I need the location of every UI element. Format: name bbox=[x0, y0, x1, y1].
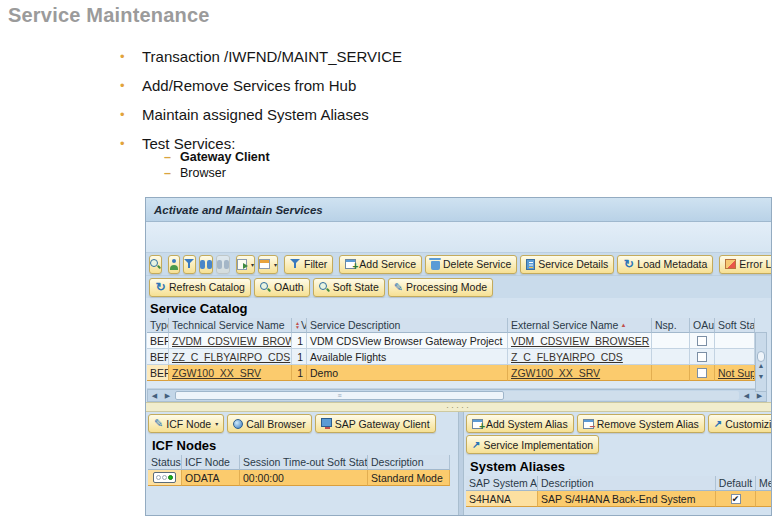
load-metadata-button[interactable]: ↻Load Metadata bbox=[617, 255, 713, 274]
technical-service-link[interactable]: ZVDM_CDSVIEW_BROWSER bbox=[172, 335, 292, 347]
col-default[interactable]: Default bbox=[716, 476, 756, 491]
technical-service-link[interactable]: ZZ_C_FLBYAIRPO_CDS bbox=[172, 351, 290, 363]
processing-mode-button[interactable]: ✎Processing Mode bbox=[388, 278, 493, 297]
call-browser-button[interactable]: Call Browser bbox=[227, 414, 312, 433]
window-titlebar: Activate and Maintain Services bbox=[146, 198, 771, 222]
bullet-list: • Transaction /IWFND/MAINT_SERVICE • Add… bbox=[120, 48, 600, 181]
toolbar-secondary: ↻Refresh Catalog OAuth Soft State ✎Proce… bbox=[146, 276, 771, 298]
service-catalog-table: Type Technical Service Name ▲▼V_ Service… bbox=[147, 318, 767, 389]
col-description[interactable]: Description bbox=[538, 476, 716, 491]
soft-state-link[interactable]: Not Supporte bbox=[718, 367, 755, 379]
service-implementation-button[interactable]: ↗Service Implementation bbox=[466, 435, 599, 454]
sort-user-button[interactable] bbox=[168, 255, 180, 274]
delete-service-button[interactable]: Delete Service bbox=[425, 255, 517, 274]
col-icf-node[interactable]: ICF Node bbox=[182, 455, 240, 470]
dash-icon: – bbox=[164, 165, 180, 181]
magnifier-icon bbox=[150, 259, 161, 270]
bullet-icon: • bbox=[120, 77, 142, 95]
goto-icon: ↗ bbox=[472, 440, 480, 450]
table-row-selected[interactable]: BEP ZGW100_XX_SRV 1 Demo ZGW100_XX_SRV N… bbox=[147, 365, 755, 381]
filter-button[interactable]: Filter bbox=[284, 255, 333, 274]
col-version[interactable]: ▲▼V_ bbox=[292, 318, 307, 333]
oauth-checkbox[interactable] bbox=[697, 352, 707, 362]
scrollbar-track[interactable]: ≡ bbox=[175, 391, 739, 400]
horizontal-splitter[interactable]: ····· bbox=[146, 402, 771, 412]
empty-table-area bbox=[147, 381, 755, 389]
soft-state-button[interactable]: Soft State bbox=[313, 278, 385, 297]
chevron-down-icon: ▾ bbox=[215, 420, 218, 427]
find-button[interactable] bbox=[199, 255, 213, 274]
external-service-link[interactable]: ZGW100_XX_SRV bbox=[511, 367, 600, 379]
catalog-header-row: Type Technical Service Name ▲▼V_ Service… bbox=[147, 318, 755, 333]
error-log-button[interactable]: Error Log bbox=[719, 255, 772, 274]
scroll-right-icon[interactable]: ▶ bbox=[161, 392, 174, 400]
col-technical-service-name[interactable]: Technical Service Name bbox=[169, 318, 292, 333]
customizing-button[interactable]: ↗Customizing bbox=[708, 414, 771, 433]
icf-node-row[interactable]: ODATA 00:00:00 Standard Mode bbox=[148, 470, 450, 486]
add-service-button[interactable]: Add Service bbox=[339, 255, 422, 274]
remove-grid-icon bbox=[583, 419, 594, 429]
oauth-button[interactable]: OAuth bbox=[254, 278, 310, 297]
col-service-description[interactable]: Service Description bbox=[307, 318, 508, 333]
col-oauth[interactable]: OAut_ bbox=[690, 318, 715, 333]
external-service-link[interactable]: VDM_CDSVIEW_BROWSER bbox=[511, 335, 649, 347]
col-nsp[interactable]: Nsp. bbox=[652, 318, 690, 333]
funnel-icon bbox=[290, 259, 301, 269]
horizontal-scrollbar[interactable]: ◀ ▶ ≡ ◀ ▶ bbox=[147, 389, 767, 402]
page-title: Service Maintenance bbox=[8, 4, 210, 27]
set-filter-button[interactable] bbox=[183, 255, 196, 274]
col-description[interactable]: Description bbox=[368, 455, 450, 470]
col-soft-state[interactable]: Soft State bbox=[715, 318, 755, 333]
chevron-down-icon: ▾ bbox=[251, 261, 254, 268]
oauth-checkbox[interactable] bbox=[697, 336, 707, 346]
col-type[interactable]: Type bbox=[147, 318, 169, 333]
icf-button-row: ✎ICF Node▾ Call Browser SAP Gateway Clie… bbox=[148, 414, 456, 433]
sub-bullet-text: Gateway Client bbox=[180, 149, 270, 165]
system-alias-row[interactable]: S4HANA SAP S/4HANA Back-End System ✔ bbox=[466, 491, 771, 507]
vertical-scrollbar[interactable]: ▲ ▼ bbox=[755, 332, 767, 392]
error-icon bbox=[725, 259, 736, 269]
scroll-left-icon[interactable]: ◀ bbox=[740, 392, 753, 400]
refresh-icon: ↻ bbox=[155, 282, 166, 293]
scroll-down-icon[interactable]: ▼ bbox=[756, 372, 766, 382]
details-button[interactable] bbox=[149, 255, 162, 274]
funnel-icon bbox=[184, 259, 195, 269]
add-grid-icon bbox=[472, 419, 483, 429]
sub-bullet-browser: – Browser bbox=[164, 165, 600, 181]
scroll-right-icon[interactable]: ▶ bbox=[753, 392, 766, 400]
service-details-button[interactable]: Service Details bbox=[520, 255, 614, 274]
magnifier-icon bbox=[260, 282, 271, 293]
default-checkbox[interactable]: ✔ bbox=[731, 494, 741, 504]
system-aliases-heading: System Aliases bbox=[466, 456, 769, 476]
layout-button[interactable]: ▾ bbox=[258, 255, 278, 274]
technical-service-link[interactable]: ZGW100_XX_SRV bbox=[172, 367, 261, 379]
refresh-catalog-button[interactable]: ↻Refresh Catalog bbox=[149, 278, 251, 297]
service-catalog-heading: Service Catalog bbox=[146, 298, 771, 318]
col-external-service-name[interactable]: External Service Name▲ bbox=[508, 318, 652, 333]
col-metadata[interactable]: Me bbox=[756, 476, 771, 491]
remove-system-alias-button[interactable]: Remove System Alias bbox=[577, 414, 705, 433]
table-row[interactable]: BEP ZVDM_CDSVIEW_BROWSER 1 VDM CDSView B… bbox=[147, 333, 755, 349]
table-row[interactable]: BEP ZZ_C_FLBYAIRPO_CDS 1 Available Fligh… bbox=[147, 349, 755, 365]
system-aliases-panel: Add System Alias Remove System Alias ↗Cu… bbox=[464, 412, 771, 516]
bullet-text: Maintain assigned System Aliases bbox=[142, 106, 369, 123]
bullet-text: Add/Remove Services from Hub bbox=[142, 77, 356, 94]
icf-header-row: Status ICF Node Session Time-out Soft St… bbox=[148, 455, 450, 470]
goto-icon: ↗ bbox=[714, 419, 722, 429]
oauth-checkbox[interactable] bbox=[697, 368, 707, 378]
scroll-left-icon[interactable]: ◀ bbox=[148, 392, 161, 400]
col-session-timeout[interactable]: Session Time-out Soft State bbox=[240, 455, 368, 470]
col-sap-system-alias[interactable]: SAP System Alias bbox=[466, 476, 538, 491]
trash-icon bbox=[431, 261, 440, 270]
add-system-alias-button[interactable]: Add System Alias bbox=[466, 414, 574, 433]
binoculars-icon bbox=[217, 260, 229, 269]
sap-gateway-client-button[interactable]: SAP Gateway Client bbox=[315, 414, 436, 433]
external-service-link[interactable]: Z_C_FLBYAIRPO_CDS bbox=[511, 351, 623, 363]
bullet-add-remove: • Add/Remove Services from Hub bbox=[120, 77, 600, 95]
export-button[interactable]: ▾ bbox=[236, 255, 255, 274]
scroll-up-icon[interactable]: ▲ bbox=[756, 361, 766, 371]
icf-node-button[interactable]: ✎ICF Node▾ bbox=[148, 414, 224, 433]
scrollbar-thumb[interactable]: ≡ bbox=[175, 391, 504, 400]
bullet-text: Transaction /IWFND/MAINT_SERVICE bbox=[142, 48, 402, 65]
col-status[interactable]: Status bbox=[148, 455, 182, 470]
